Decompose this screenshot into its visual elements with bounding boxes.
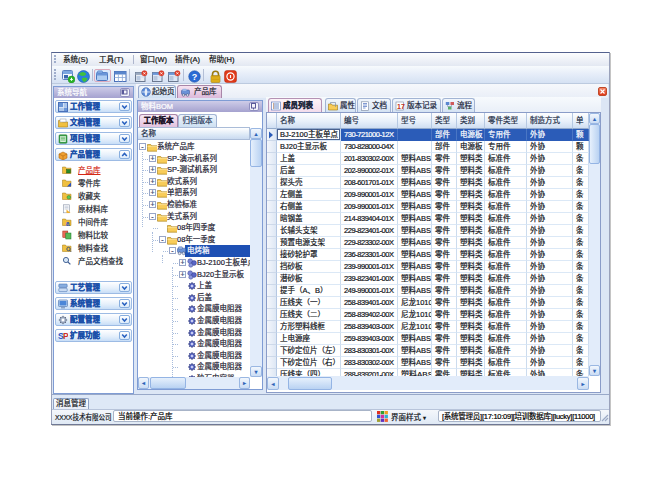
svg-text:17: 17 [397, 103, 405, 110]
svg-text:P: P [63, 331, 68, 341]
svg-text:?: ? [192, 72, 198, 82]
svg-text:a: a [66, 220, 70, 227]
